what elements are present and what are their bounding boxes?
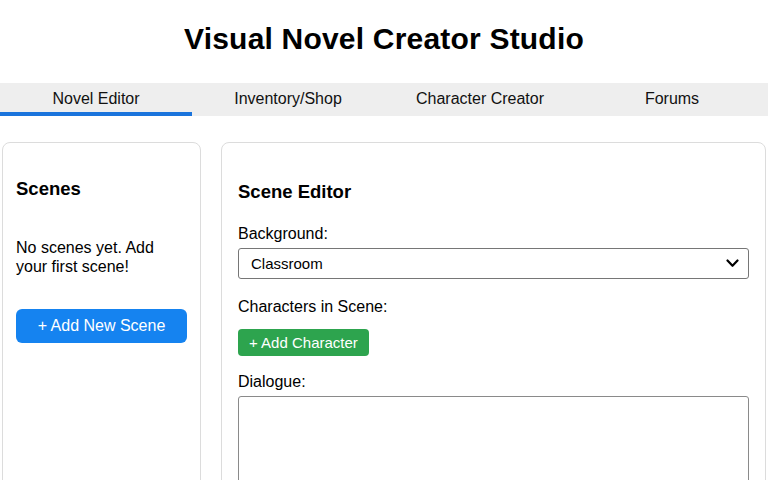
main-content: Scenes No scenes yet. Add your first sce…: [2, 142, 766, 480]
add-new-scene-button[interactable]: + Add New Scene: [16, 309, 187, 343]
scenes-title: Scenes: [16, 178, 187, 200]
chevron-down-icon: [726, 259, 739, 268]
dialogue-textarea[interactable]: [238, 396, 749, 480]
page-title: Visual Novel Creator Studio: [0, 22, 768, 56]
tab-novel-editor[interactable]: Novel Editor: [0, 83, 192, 116]
tab-bar: Novel Editor Inventory/Shop Character Cr…: [0, 83, 768, 116]
background-label: Background:: [238, 225, 749, 243]
dialogue-label: Dialogue:: [238, 373, 749, 391]
scenes-empty-message: No scenes yet. Add your first scene!: [16, 239, 187, 276]
scene-editor-title: Scene Editor: [238, 181, 749, 203]
tab-character-creator[interactable]: Character Creator: [384, 83, 576, 116]
tab-forums[interactable]: Forums: [576, 83, 768, 116]
add-character-button[interactable]: + Add Character: [238, 329, 369, 356]
scene-editor-panel: Scene Editor Background: Classroom Chara…: [221, 142, 766, 480]
tab-inventory-shop[interactable]: Inventory/Shop: [192, 83, 384, 116]
background-select[interactable]: Classroom: [238, 248, 749, 279]
characters-in-scene-label: Characters in Scene:: [238, 298, 749, 316]
background-select-value: Classroom: [251, 255, 323, 272]
scenes-panel: Scenes No scenes yet. Add your first sce…: [2, 142, 201, 480]
